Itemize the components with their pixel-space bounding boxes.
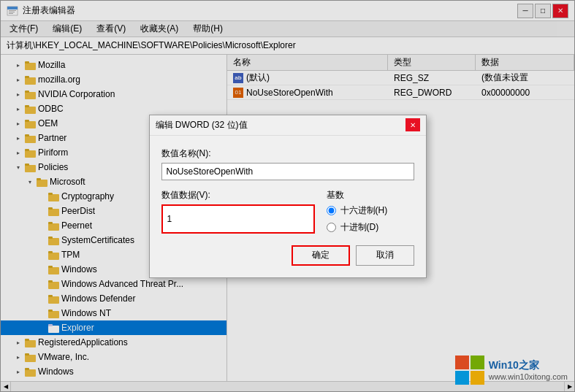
hex-radio-text: 十六进制(H)	[340, 204, 388, 217]
dialog-body: 数值名称(N): 数值数据(V): 基数 十六进制(H)	[150, 136, 426, 277]
value-base-row: 数值数据(V): 基数 十六进制(H) 十进制(D)	[161, 189, 414, 234]
dec-radio-label[interactable]: 十进制(D)	[327, 221, 414, 234]
dialog-title-bar: 编辑 DWORD (32 位)值 ✕	[150, 115, 426, 136]
name-input[interactable]	[161, 163, 414, 180]
hex-radio[interactable]	[327, 206, 336, 215]
main-window: 注册表编辑器 ─ □ ✕ 文件(F) 编辑(E) 查看(V) 收藏夹(A) 帮助…	[0, 0, 575, 392]
base-label: 基数	[327, 189, 414, 201]
dialog-close-button[interactable]: ✕	[405, 118, 420, 131]
dialog-buttons: 确定 取消	[161, 245, 414, 266]
base-radio-group: 十六进制(H) 十进制(D)	[327, 204, 414, 234]
dialog-overlay: 编辑 DWORD (32 位)值 ✕ 数值名称(N): 数值数据(V): 基数	[0, 0, 575, 392]
hex-radio-label[interactable]: 十六进制(H)	[327, 204, 414, 217]
dec-radio[interactable]	[327, 223, 336, 232]
base-section: 基数 十六进制(H) 十进制(D)	[327, 189, 414, 234]
value-section: 数值数据(V):	[161, 189, 315, 234]
cancel-button[interactable]: 取消	[356, 245, 414, 266]
dec-radio-text: 十进制(D)	[340, 221, 379, 234]
data-value-input[interactable]	[161, 204, 315, 234]
dialog-title: 编辑 DWORD (32 位)值	[156, 119, 248, 131]
data-field-label: 数值数据(V):	[161, 189, 315, 201]
ok-button[interactable]: 确定	[292, 245, 350, 266]
name-field-label: 数值名称(N):	[161, 147, 414, 160]
edit-dword-dialog: 编辑 DWORD (32 位)值 ✕ 数值名称(N): 数值数据(V): 基数	[149, 115, 427, 278]
